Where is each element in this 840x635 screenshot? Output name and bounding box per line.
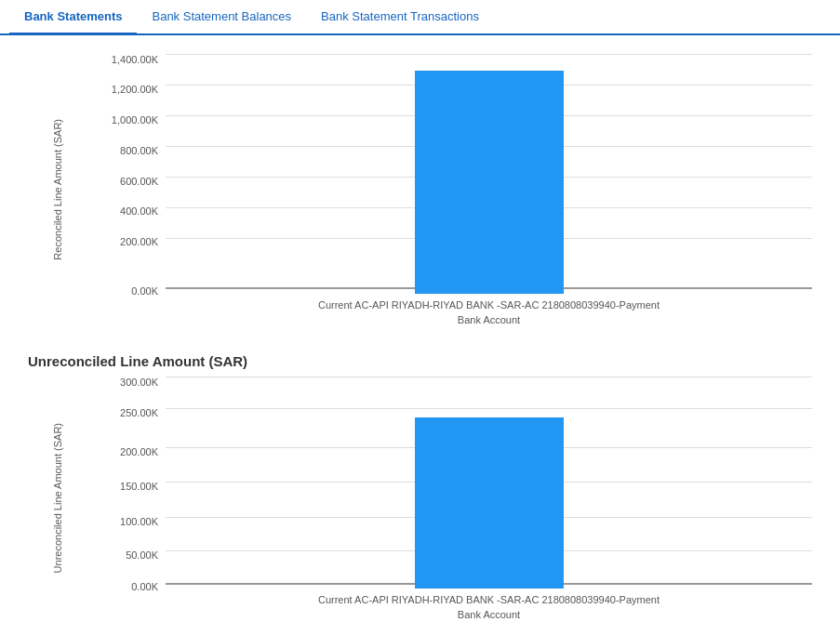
chart1-ytick-5: 400.00K (120, 205, 158, 217)
chart1-y-axis-label: Reconciled Line Amount (SAR) (52, 119, 63, 260)
chart1-grid-0 (166, 54, 812, 55)
chart2-section: Unreconciled Line Amount (SAR) Unreconci… (28, 353, 812, 620)
chart2-grid-0 (166, 377, 812, 377)
chart1-bar-label: Current AC-API RIYADH-RIYAD BANK -SAR-AC… (166, 299, 812, 311)
chart2-ytick-4: 100.00K (120, 516, 158, 527)
chart2-bar (415, 417, 564, 589)
chart2-title: Unreconciled Line Amount (SAR) (28, 353, 812, 369)
chart2-grid-1 (166, 408, 812, 409)
chart1-ytick-3: 800.00K (120, 145, 158, 156)
chart2-ytick-1: 250.00K (120, 407, 158, 418)
chart1-ytick-4: 600.00K (120, 176, 158, 187)
chart1-ytick-1: 1,200.00K (112, 84, 158, 95)
chart2-ytick-6: 0.00K (131, 581, 158, 592)
chart2-ytick-3: 150.00K (120, 481, 158, 492)
chart2-bar-label: Current AC-API RIYADH-RIYAD BANK -SAR-AC… (166, 594, 812, 605)
chart1-ytick-0: 1,400.00K (112, 54, 158, 65)
tab-bar: Bank Statements Bank Statement Balances … (0, 0, 840, 35)
chart1-ytick-6: 200.00K (120, 236, 158, 247)
chart1-ytick-7: 0.00K (131, 285, 158, 297)
main-content: Reconciled Line Amount (SAR) 1,400.00K 1… (0, 35, 840, 635)
chart2-ytick-2: 200.00K (120, 446, 158, 457)
chart1-ytick-2: 1,000.00K (112, 114, 158, 126)
chart1-x-axis-label: Bank Account (166, 314, 812, 325)
tab-bank-statement-balances[interactable]: Bank Statement Balances (137, 0, 306, 33)
chart2-ytick-0: 300.00K (120, 377, 158, 388)
chart1-section: Reconciled Line Amount (SAR) 1,400.00K 1… (28, 54, 812, 325)
chart2-y-axis-label: Unreconciled Line Amount (SAR) (52, 423, 63, 573)
chart1-bar (415, 71, 564, 294)
chart2-ytick-5: 50.00K (126, 549, 158, 561)
tab-bank-statement-transactions[interactable]: Bank Statement Transactions (306, 0, 494, 33)
chart2-x-axis-label: Bank Account (166, 609, 812, 620)
tab-bank-statements[interactable]: Bank Statements (9, 0, 137, 35)
